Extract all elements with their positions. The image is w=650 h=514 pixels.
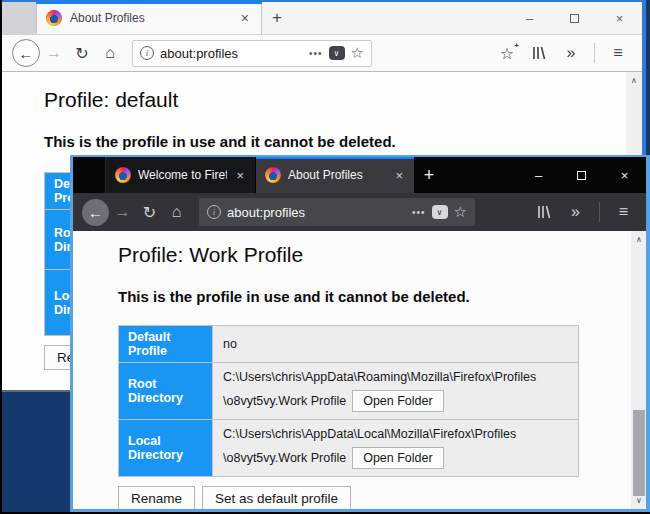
row-label: Default Profile <box>119 326 213 363</box>
tab-title: Welcome to Firefox <box>138 168 227 182</box>
maximize-button[interactable] <box>560 157 603 193</box>
toolbar-right-icons: » ≡ <box>530 202 637 222</box>
firefox-icon <box>46 10 62 26</box>
pocket-icon[interactable]: ∨ <box>432 205 448 219</box>
plus-badge: + <box>514 41 519 50</box>
close-button[interactable]: × <box>597 2 642 34</box>
active-tab-indicator <box>36 2 262 4</box>
save-to-pocket-star-icon[interactable]: ☆+ <box>493 44 521 63</box>
tab-welcome-to-firefox[interactable]: Welcome to Firefox × <box>106 157 256 193</box>
url-bar[interactable]: i about:profiles ••• ∨ ☆ <box>132 40 372 67</box>
toolbar-separator <box>594 43 595 63</box>
folder-name: \o8vyt5vy.Work Profile <box>223 451 346 465</box>
library-icon[interactable] <box>530 204 557 220</box>
url-text[interactable]: about:profiles <box>160 46 303 61</box>
tab-bar: About Profiles × + – × <box>2 2 642 35</box>
forward-button[interactable]: → <box>109 203 136 221</box>
minimize-button[interactable]: – <box>507 2 552 34</box>
profile-heading: Profile: default <box>44 88 642 112</box>
row-label: Root Directory <box>119 363 213 420</box>
overflow-menu-icon[interactable]: » <box>557 44 585 62</box>
row-label: Local Directory <box>119 420 213 477</box>
toolbar-separator <box>599 202 600 222</box>
url-bar[interactable]: i about:profiles ••• ∨ ☆ <box>199 198 475 226</box>
maximize-icon <box>570 14 579 23</box>
titlebar-spacer <box>2 2 36 34</box>
page-actions-icon[interactable]: ••• <box>309 48 323 59</box>
new-tab-button[interactable]: + <box>414 157 444 193</box>
set-default-profile-button[interactable]: Set as default profile <box>202 486 351 509</box>
tab-bar: Welcome to Firefox × About Profiles × + … <box>73 157 646 193</box>
reload-button[interactable]: ↻ <box>136 203 163 222</box>
navigation-toolbar: ← → ↻ ⌂ i about:profiles ••• ∨ ☆ » <box>73 193 646 231</box>
tab-close-icon[interactable]: × <box>238 11 252 25</box>
folder-name: \o8vyt5vy.Work Profile <box>223 394 346 408</box>
close-button[interactable]: × <box>603 157 646 193</box>
tab-title: About Profiles <box>70 11 230 25</box>
profile-table: Default Profile no Root Directory C:\Use… <box>118 325 579 477</box>
window-controls: – × <box>517 157 646 193</box>
overflow-menu-icon[interactable]: » <box>562 203 589 221</box>
hamburger-menu-icon[interactable]: ≡ <box>604 44 632 62</box>
titlebar-spacer <box>73 157 106 193</box>
table-row: Default Profile no <box>119 326 579 363</box>
open-folder-button[interactable]: Open Folder <box>352 390 443 412</box>
toolbar-right-icons: ☆+ » ≡ <box>493 43 632 63</box>
maximize-icon <box>577 171 586 180</box>
scrollbar-thumb[interactable] <box>633 410 645 496</box>
home-button[interactable]: ⌂ <box>163 203 190 221</box>
minimize-button[interactable]: – <box>517 157 560 193</box>
profile-notice: This is the profile in use and it cannot… <box>44 133 642 150</box>
home-button[interactable]: ⌂ <box>96 44 124 62</box>
page-actions-icon[interactable]: ••• <box>412 207 426 218</box>
open-folder-button[interactable]: Open Folder <box>352 447 443 469</box>
foreground-firefox-window: Welcome to Firefox × About Profiles × + … <box>70 155 650 512</box>
maximize-button[interactable] <box>552 2 597 34</box>
scroll-up-arrow[interactable]: ∧ <box>626 73 642 88</box>
hamburger-menu-icon[interactable]: ≡ <box>610 203 637 221</box>
url-text[interactable]: about:profiles <box>227 205 406 220</box>
new-tab-button[interactable]: + <box>262 2 292 34</box>
local-directory-folder: \o8vyt5vy.Work ProfileOpen Folder <box>223 444 568 472</box>
reload-button[interactable]: ↻ <box>68 44 96 63</box>
window-controls: – × <box>507 2 642 34</box>
tab-close-icon[interactable]: × <box>393 169 405 182</box>
root-directory-folder: \o8vyt5vy.Work ProfileOpen Folder <box>223 387 568 415</box>
pocket-icon[interactable]: ∨ <box>329 46 345 60</box>
profile-action-buttons: Rename Set as default profile <box>118 486 646 509</box>
library-icon[interactable] <box>525 45 553 61</box>
local-directory-path: C:\Users\chris\AppData\Local\Mozilla\Fir… <box>223 424 568 444</box>
firefox-icon <box>115 167 131 183</box>
star-glyph: ☆ <box>500 45 514 62</box>
bookmark-star-icon[interactable]: ☆ <box>351 44 364 62</box>
tab-close-icon[interactable]: × <box>234 169 246 182</box>
navigation-toolbar: ← → ↻ ⌂ i about:profiles ••• ∨ ☆ ☆+ <box>2 35 642 72</box>
scroll-down-arrow[interactable]: ∨ <box>631 493 646 508</box>
scroll-up-arrow[interactable]: ∧ <box>631 232 646 247</box>
tab-about-profiles[interactable]: About Profiles × <box>256 157 414 193</box>
row-value: C:\Users\chris\AppData\Local\Mozilla\Fir… <box>213 420 579 477</box>
back-button[interactable]: ← <box>12 39 40 67</box>
tab-about-profiles[interactable]: About Profiles × <box>36 2 262 34</box>
row-value: C:\Users\chris\AppData\Roaming\Mozilla\F… <box>213 363 579 420</box>
active-tab-indicator <box>256 157 414 159</box>
back-button[interactable]: ← <box>82 199 109 226</box>
screenshot-root: About Profiles × + – × ← → ↻ ⌂ i about:p… <box>0 0 650 514</box>
root-directory-path: C:\Users\chris\AppData\Roaming\Mozilla\F… <box>223 367 568 387</box>
row-value: no <box>213 326 579 363</box>
scrollbar[interactable]: ∧ ∨ <box>631 231 646 509</box>
page-info-icon[interactable]: i <box>207 205 221 219</box>
about-profiles-page: Profile: Work Profile This is the profil… <box>73 231 646 509</box>
rename-button[interactable]: Rename <box>118 486 195 509</box>
bookmark-star-icon[interactable]: ☆ <box>454 203 467 221</box>
page-info-icon[interactable]: i <box>140 46 154 60</box>
profile-notice: This is the profile in use and it cannot… <box>118 288 646 305</box>
tab-title: About Profiles <box>288 168 386 182</box>
table-row: Root Directory C:\Users\chris\AppData\Ro… <box>119 363 579 420</box>
firefox-icon <box>265 167 281 183</box>
profile-heading: Profile: Work Profile <box>118 243 646 267</box>
table-row: Local Directory C:\Users\chris\AppData\L… <box>119 420 579 477</box>
forward-button[interactable]: → <box>40 44 68 62</box>
